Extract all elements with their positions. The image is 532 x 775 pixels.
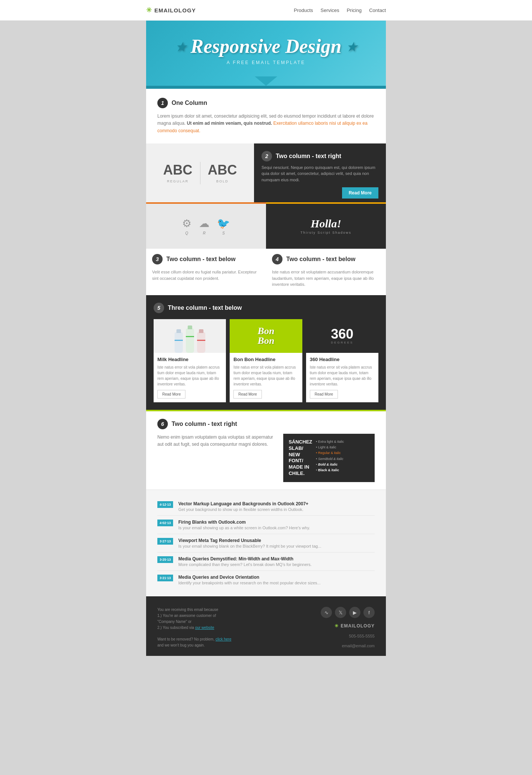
blog-date-2: 4·02·13 [157,520,173,526]
blog-title-3: Viewport Meta Tag Rendered Unusable [178,538,321,543]
blog-content-4: Media Queries Demystified: Min-Width and… [178,556,312,567]
section-6: 6 Two column - text right Nemo enim ipsa… [146,411,386,490]
section4-header: 4 Two column - text below [272,254,380,264]
image-row: ⚙ Q ☁ R 🐦 S [146,204,386,249]
section5-title: Three column - text below [168,305,242,311]
nav-services[interactable]: Services [321,7,339,13]
section2-title: Two column - text right [276,153,341,160]
section6-left: Nemo enim ipsam voluptatem quia voluptas… [157,434,276,448]
section4-text-col: 4 Two column - text below Iste natus err… [266,249,386,288]
col1-image [154,319,226,353]
hero-bottom-bar [146,86,386,89]
sanchez-list-item-1: Extra light & italic [316,439,344,445]
section2-header: 2 Two column - text right [262,151,378,161]
footer-notice-text: You are receiving this email because 1.)… [157,607,232,631]
section4-title: Two column - text below [286,256,356,263]
col1-read-more-button[interactable]: Read More [157,390,185,399]
col1-item: Milk Headline Iste natus error sit vola … [154,319,226,402]
abc-bold: ABC BOLD [208,162,237,184]
section3-title: Two column - text below [166,256,236,263]
sanchez-list-item-3: Regular & italic [316,450,344,456]
abc-bold-letter: ABC [208,162,237,178]
footer-logo-star-icon: ✳ [335,623,339,629]
footer-inner: You are receiving this email because 1.)… [157,607,375,648]
three-sixty-number: 360 [331,327,353,341]
abc-regular-label: REGULAR [167,179,189,183]
section6-number: 6 [157,419,168,429]
section3-image: ⚙ Q ☁ R 🐦 S [146,204,266,249]
col3-image: 360 DEGREES [306,319,378,353]
blog-content-5: Media Queries and Device Orientation Ide… [178,575,321,585]
brand-logo[interactable]: ✳ EMAILOLOGY [146,6,196,14]
section-three-col: 5 Three column - text below [146,295,386,410]
col3-item: 360 DEGREES 360 Headline Iste natus erro… [306,319,378,402]
section3-header: 3 Two column - text below [152,254,260,264]
section3-text-col: 3 Two column - text below Velit esse cil… [146,249,266,288]
section1-number: 1 [157,98,168,108]
col1-headline: Milk Headline [157,357,222,362]
section3-number: 3 [152,254,163,264]
rss-social-icon[interactable]: ∿ [321,607,332,618]
twitter-social-icon[interactable]: 𝕏 [335,607,346,618]
sanchez-list-item-5: Bold & italic [316,462,344,467]
blog-title-4: Media Queries Demystified: Min-Width and… [178,556,312,561]
section2-read-more-button[interactable]: Read More [342,187,378,199]
blog-section: 4·12·13 Vector Markup Language and Backg… [146,490,386,596]
section-two-col-right: ABC REGULAR ABC BOLD 2 Two column - text… [146,143,386,204]
hero-section: ★ Responsive Design ★ A FREE EMAIL TEMPL… [146,21,386,86]
nav-contact[interactable]: Contact [369,7,386,13]
bonbon-text: BonBon [258,326,275,346]
footer-remove-text: Want to be removed? No problem, click he… [157,636,232,648]
blog-content-1: Vector Markup Language and Backgrounds i… [178,501,308,512]
three-col-grid: Milk Headline Iste natus error sit vola … [154,319,378,402]
blog-date-1: 4·12·13 [157,501,173,508]
bird-icon: 🐦 [217,217,230,230]
hero-subtitle: A FREE EMAIL TEMPLATE [154,60,378,65]
section1-header: 1 One Column [157,98,375,108]
two-col-inner: ABC REGULAR ABC BOLD 2 Two column - text… [146,143,386,203]
footer-left: You are receiving this email because 1.)… [157,607,232,648]
blog-desc-3: Is your email showing blank on the Black… [178,544,321,548]
click-here-link[interactable]: click here [215,637,231,641]
icon-s-label: S [222,231,225,235]
col3-text: Iste natus error sit vola platem accrus … [310,364,375,387]
col2-item: BonBon Bon Bon Headline Iste natus error… [230,319,302,402]
nav-pricing[interactable]: Pricing [347,7,362,13]
section-3-4-container: ⚙ Q ☁ R 🐦 S [146,204,386,295]
two-col-left-image: ABC REGULAR ABC BOLD [146,143,254,203]
blog-date-4: 3·25·13 [157,556,173,563]
facebook-social-icon[interactable]: f [363,607,375,618]
abc-regular-letter: ABC [163,162,193,178]
section6-right-image: SÁNCHEZSLAB/NEWFONT/MADE INCHILE. Extra … [283,434,375,482]
our-website-link[interactable]: our website [195,626,214,630]
section4-body: Iste natus error sit voluptatem accusant… [272,269,380,288]
icon-animals-display: ⚙ Q ☁ R 🐦 S [182,204,230,249]
section-one-column: 1 One Column Lorem ipsum dolor sit amet,… [146,89,386,143]
hero-star-left-icon: ★ [176,41,186,53]
blog-desc-1: Get your background to show up in flexib… [178,507,308,512]
hero-title-text: Responsive Design [191,36,342,57]
col3-read-more-button[interactable]: Read More [310,390,338,399]
icon-cloud: ☁ R [199,217,209,235]
logo-star-icon: ✳ [146,6,152,14]
blog-content-2: Firing Blanks with Outlook.com Is your e… [178,520,310,530]
two-col-right-text: 2 Two column - text right Sequi nesciunt… [254,143,386,203]
col2-read-more-button[interactable]: Read More [233,390,262,399]
vimeo-social-icon[interactable]: ▶ [349,607,360,618]
section2-number: 2 [262,151,272,161]
col1-text: Iste natus error sit vola platem accrus … [157,364,222,387]
gear-icon: ⚙ [182,217,191,230]
footer-email: email@email.com [342,644,375,648]
blog-desc-4: More complicated than they seem? Let's b… [178,562,312,567]
bonbon-display: BonBon [258,326,275,346]
hero-star-right-icon: ★ [347,41,357,53]
icon-gear: ⚙ Q [182,217,191,235]
section4-image-cell: Holla! Thirsty Script Shadows [266,204,386,249]
holla-subtitle: Thirsty Script Shadows [300,231,351,234]
sanchez-list-item-2: Light & italic [316,445,344,450]
nav-products[interactable]: Products [294,7,313,13]
three-sixty-subtitle: DEGREES [331,341,353,344]
footer-logo: ✳ EMAILOLOGY [335,623,375,629]
footer-logo-text: EMAILOLOGY [341,623,375,629]
col3-headline: 360 Headline [310,357,375,362]
